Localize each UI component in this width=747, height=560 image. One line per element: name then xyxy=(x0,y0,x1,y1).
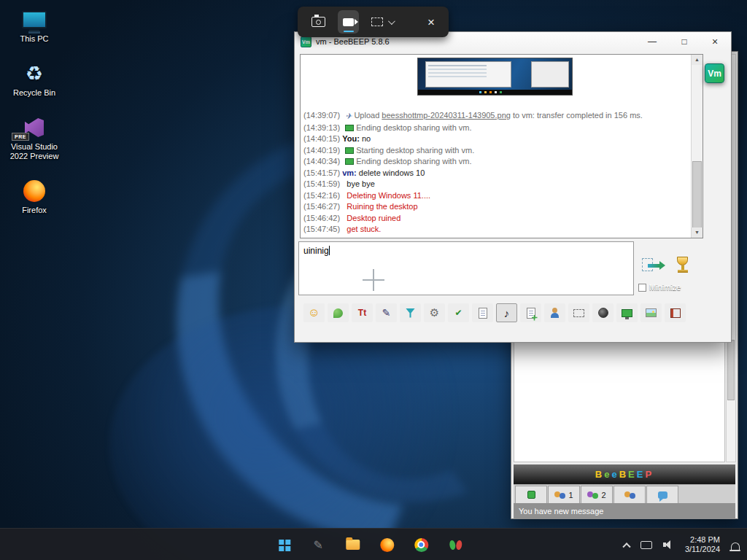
logo-letter: E xyxy=(637,469,646,480)
minimize-button[interactable]: — xyxy=(640,34,664,49)
webcam-button[interactable] xyxy=(592,303,614,322)
this-pc-icon xyxy=(22,7,47,32)
taskbar-chrome-button[interactable] xyxy=(411,535,430,554)
maximize-button[interactable]: □ xyxy=(673,34,696,49)
cast-icon[interactable] xyxy=(640,541,652,549)
file-link[interactable]: beesshottmp-20240311-143905.png xyxy=(382,111,511,120)
font-color-icon: ✎ xyxy=(382,307,391,319)
desktop-icon-recycle-bin[interactable]: ♻Recycle Bin xyxy=(4,61,64,98)
clock-time: 2:48 PM xyxy=(685,535,720,545)
desktop-icon-label: Firefox xyxy=(22,206,47,215)
logo-letter: e xyxy=(611,469,619,480)
logo-letter: P xyxy=(645,469,654,480)
chrome-icon xyxy=(414,538,428,552)
trophy-icon[interactable] xyxy=(674,255,692,277)
wallpaper-bloom-glow xyxy=(109,306,489,560)
region-icon xyxy=(371,18,383,26)
desktop-share-icon xyxy=(345,158,354,165)
send-file-button[interactable] xyxy=(520,303,541,322)
message-timestamp: (15:46:42) xyxy=(303,214,342,222)
scroll-up-arrow[interactable]: ▲ xyxy=(692,55,703,65)
close-capture-button[interactable]: × xyxy=(422,10,440,34)
settings-button[interactable]: ⚙ xyxy=(424,303,445,322)
emoticon-button[interactable]: ☺ xyxy=(303,303,325,322)
tray-chevron-up-icon[interactable] xyxy=(622,542,630,551)
screen-region-button[interactable] xyxy=(568,303,589,322)
photo-icon xyxy=(311,17,325,27)
volume-icon[interactable] xyxy=(663,540,674,549)
logo-letter: B xyxy=(595,469,604,480)
message-timestamp: (14:39:07) xyxy=(303,111,342,120)
sound-button[interactable]: ♪ xyxy=(496,303,517,322)
desktop-share-icon xyxy=(622,309,632,317)
chat-message: (14:39:07) ✈Upload beesshottmp-20240311-… xyxy=(303,110,688,122)
taskbar-clock[interactable]: 2:48 PM 3/11/2024 xyxy=(685,535,720,554)
users2-tab-icon xyxy=(587,491,598,499)
message-input-text: uininig xyxy=(303,246,329,256)
desktop-icon-visual-studio[interactable]: PREVisual Studio 2022 Preview xyxy=(4,115,64,161)
checkbox-box[interactable] xyxy=(638,284,646,292)
taskbar-center-icons: ✎ xyxy=(274,529,465,560)
contacts-button[interactable] xyxy=(665,303,686,322)
message-input[interactable]: uininig xyxy=(298,241,634,295)
desktop-share-button[interactable] xyxy=(616,303,638,322)
users-tab-icon xyxy=(624,491,635,499)
tab-groups[interactable] xyxy=(614,486,646,503)
scrollbar-thumb[interactable] xyxy=(692,161,702,229)
desktop-share-icon xyxy=(345,147,354,154)
tab-users[interactable]: 1 xyxy=(548,486,580,503)
font-button[interactable]: Tt xyxy=(352,303,373,322)
chat-message: (15:41:59) bye bye xyxy=(303,179,688,190)
shared-screenshot-thumbnail[interactable] xyxy=(417,58,573,96)
sound-icon: ♪ xyxy=(504,307,510,319)
chat-toolbar: ☺Tt✎⚙✔♪ xyxy=(303,303,686,323)
emoticon-icon: ☺ xyxy=(308,306,320,319)
vote-button[interactable]: ✔ xyxy=(448,303,469,322)
chat-message: (14:39:13) Ending desktop sharing with v… xyxy=(303,122,688,134)
message-text: vm: xyxy=(342,168,357,177)
tab-search[interactable] xyxy=(646,486,678,503)
font-icon: Tt xyxy=(358,308,366,318)
taskbar-pen-button[interactable]: ✎ xyxy=(309,535,328,554)
chat-message: (15:42:16) Deleting Windows 11.... xyxy=(303,190,688,202)
beebeep-logo: BeeBEEP xyxy=(514,464,735,484)
desktop-icon-firefox[interactable]: Firefox xyxy=(4,179,64,215)
chat-message: (15:46:27) Ruining the desktop xyxy=(303,201,688,213)
send-picture-button[interactable] xyxy=(640,303,662,322)
tab-status[interactable] xyxy=(515,486,547,503)
scroll-down-arrow[interactable]: ▼ xyxy=(692,228,703,238)
photo-camera-button[interactable] xyxy=(306,10,330,34)
close-button[interactable]: × xyxy=(703,34,727,49)
thumbnail-taskbar xyxy=(418,90,572,95)
notification-bell-icon[interactable] xyxy=(731,542,740,550)
upload-icon: ✈ xyxy=(345,111,352,122)
font-color-button[interactable]: ✎ xyxy=(376,303,397,322)
taskbar-beebeep-button[interactable] xyxy=(446,535,465,554)
send-message-button[interactable] xyxy=(642,257,667,279)
message-text: You: xyxy=(342,134,360,143)
chat-scrollbar[interactable]: ▲ ▼ xyxy=(691,55,703,238)
desktop-icon-this-pc[interactable]: This PC xyxy=(4,7,64,44)
leaf-button[interactable] xyxy=(328,303,349,322)
status-tab-icon xyxy=(527,491,535,499)
vm-peer-badge[interactable]: Vm xyxy=(705,63,724,83)
taskbar-explorer-button[interactable] xyxy=(343,535,362,554)
capture-region-dropdown[interactable] xyxy=(366,10,398,34)
recycle-bin-icon: ♻ xyxy=(22,61,47,86)
taskbar-firefox-button[interactable] xyxy=(377,535,396,554)
screen-record-button[interactable] xyxy=(338,10,359,34)
vote-icon: ✔ xyxy=(454,308,462,318)
chat-history[interactable]: (14:39:07) ✈Upload beesshottmp-20240311-… xyxy=(300,54,703,238)
message-list: (14:39:07) ✈Upload beesshottmp-20240311-… xyxy=(303,110,688,236)
filter-button[interactable] xyxy=(400,303,421,322)
minimize-checkbox[interactable]: Minimize xyxy=(638,283,681,292)
save-chat-button[interactable] xyxy=(472,303,493,322)
add-user-button[interactable] xyxy=(544,303,565,322)
scrollbar-thumb[interactable] xyxy=(727,340,735,401)
window-title: vm - BeeBEEP 5.8.6 xyxy=(316,37,390,46)
tab-chats[interactable]: 2 xyxy=(581,486,613,503)
save-chat-icon xyxy=(479,308,487,319)
taskbar-start-button[interactable] xyxy=(274,535,293,554)
trophy-base xyxy=(678,270,688,273)
send-picture-icon xyxy=(646,308,657,317)
